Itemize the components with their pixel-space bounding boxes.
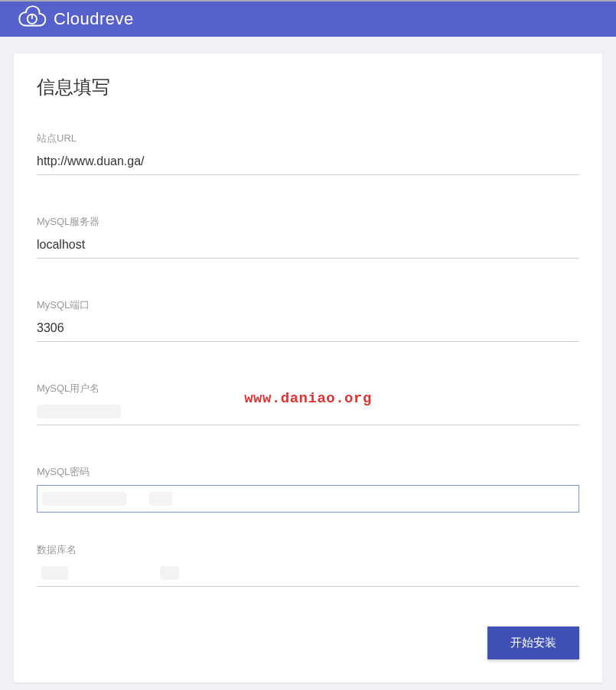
field-mysql-server: MySQL服务器 (37, 215, 579, 259)
install-button[interactable]: 开始安装 (487, 627, 579, 659)
site-url-input[interactable] (37, 151, 579, 175)
site-url-label: 站点URL (37, 132, 579, 145)
database-name-input[interactable] (37, 563, 579, 587)
mysql-port-label: MySQL端口 (37, 298, 579, 312)
page-title: 信息填写 (37, 75, 579, 99)
mysql-password-label: MySQL密码 (37, 465, 579, 479)
mysql-user-label: MySQL用户名 (37, 382, 579, 395)
field-mysql-user: MySQL用户名 (37, 382, 579, 425)
field-mysql-port: MySQL端口 (37, 298, 579, 342)
cloud-icon (15, 5, 47, 33)
install-form-card: 信息填写 站点URL MySQL服务器 MySQL端口 MySQL用户名 MyS… (14, 54, 602, 682)
brand-logo: Cloudreve (15, 5, 134, 33)
mysql-password-input[interactable] (37, 485, 579, 513)
field-mysql-password: MySQL密码 (37, 465, 579, 513)
database-name-label: 数据库名 (37, 543, 579, 557)
mysql-user-input[interactable] (37, 402, 579, 425)
action-row: 开始安装 (37, 627, 579, 659)
brand-name: Cloudreve (54, 9, 134, 29)
mysql-server-label: MySQL服务器 (37, 215, 579, 229)
field-database-name: 数据库名 (37, 543, 579, 587)
field-site-url: 站点URL (37, 132, 579, 175)
mysql-server-input[interactable] (37, 235, 579, 259)
app-header: Cloudreve (0, 0, 616, 37)
mysql-port-input[interactable] (37, 318, 579, 342)
